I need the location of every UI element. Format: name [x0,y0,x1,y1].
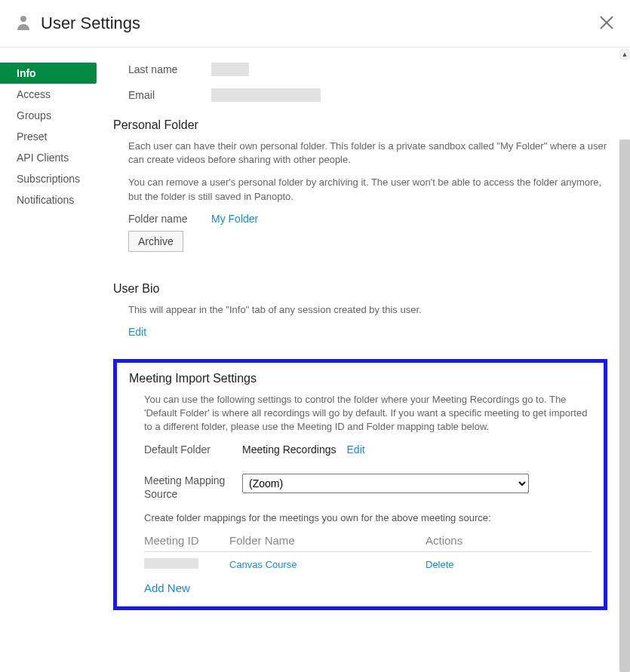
folder-name-label: Folder name [128,213,211,225]
lastname-value [211,63,249,76]
user-bio-desc: This will appear in the "Info" tab of an… [128,303,607,317]
user-bio-heading: User Bio [113,282,607,296]
sidebar-item-api-clients[interactable]: API Clients [0,147,98,168]
mapping-help-text: Create folder mappings for the meetings … [144,511,592,525]
sidebar-item-notifications[interactable]: Notifications [0,189,98,210]
email-value [211,88,321,102]
col-folder-name: Folder Name [229,534,426,547]
personal-folder-heading: Personal Folder [113,118,607,132]
meeting-import-desc: You can use the following settings to co… [144,393,592,434]
content-area: Last name Email Personal Folder Each use… [98,48,630,670]
svg-point-0 [20,16,26,22]
user-icon [17,15,30,32]
sidebar-item-info[interactable]: Info [0,63,97,84]
page-title: User Settings [41,14,598,33]
mapping-delete-link[interactable]: Delete [426,559,592,570]
col-actions: Actions [426,534,592,547]
email-label: Email [113,89,211,101]
mapping-table-row: Canvas Course Delete [144,552,592,571]
default-folder-value: Meeting Recordings [242,443,337,456]
default-folder-label: Default Folder [144,443,242,456]
close-icon[interactable] [598,14,615,33]
default-folder-edit-link[interactable]: Edit [347,443,365,456]
folder-name-link[interactable]: My Folder [211,213,258,225]
sidebar-item-preset[interactable]: Preset [0,126,98,147]
col-meeting-id: Meeting ID [144,534,229,547]
sidebar-item-subscriptions[interactable]: Subscriptions [0,168,98,189]
mapping-folder-link[interactable]: Canvas Course [229,559,426,570]
sidebar-item-groups[interactable]: Groups [0,105,98,126]
meeting-import-settings-box: Meeting Import Settings You can use the … [113,359,607,610]
user-bio-edit-link[interactable]: Edit [128,326,146,338]
mapping-source-label: Meeting Mapping Source [144,474,242,501]
personal-folder-desc-2: You can remove a user's personal folder … [128,176,607,203]
mapping-source-select[interactable]: (Zoom) [242,474,529,493]
meeting-id-value [144,558,198,569]
sidebar: Info Access Groups Preset API Clients Su… [0,48,98,670]
mapping-table-header: Meeting ID Folder Name Actions [144,534,592,552]
archive-button[interactable]: Archive [128,231,183,252]
personal-folder-desc-1: Each user can have their own personal fo… [128,140,607,167]
add-new-link[interactable]: Add New [144,581,190,594]
sidebar-item-access[interactable]: Access [0,84,98,105]
meeting-import-heading: Meeting Import Settings [129,372,592,385]
lastname-label: Last name [113,63,211,75]
